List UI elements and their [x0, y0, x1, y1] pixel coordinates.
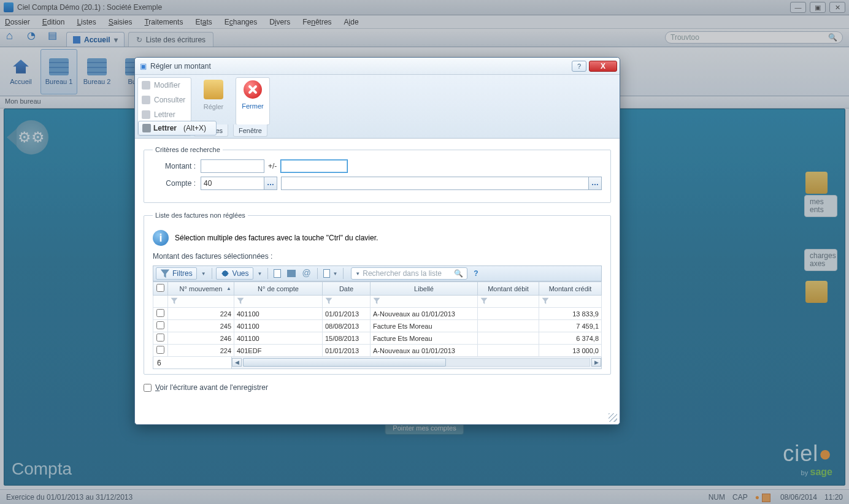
dialog-help-button[interactable]: ?	[572, 61, 586, 72]
info-icon: i	[153, 230, 169, 246]
dialog-regler-montant: ▣ Régler un montant ? X Modifier Consult…	[134, 57, 620, 425]
filter-icon[interactable]	[480, 297, 488, 305]
clipboard-icon	[323, 269, 330, 278]
grid-print-button[interactable]	[285, 267, 298, 280]
input-montant[interactable]	[201, 159, 264, 173]
scroll-right-button[interactable]: ▶	[591, 358, 601, 367]
filter-icon[interactable]	[373, 297, 380, 305]
info-row: i Sélection multiple des factures avec l…	[153, 230, 602, 246]
legend-criteres: Critères de recherche	[153, 146, 223, 153]
input-compte-name[interactable]	[281, 177, 589, 190]
at-icon: @	[302, 269, 312, 278]
filter-icon[interactable]	[171, 297, 178, 305]
toolbar-regler[interactable]: Régler	[196, 77, 231, 125]
dialog-title: Régler un montant	[150, 62, 211, 71]
label-pm: +/-	[268, 162, 277, 170]
col-credit[interactable]: Montant crédit	[539, 282, 602, 296]
resize-handle[interactable]	[609, 413, 617, 422]
toolbar-consulter[interactable]: Consulter	[138, 93, 191, 107]
info-text: Sélection multiple des factures avec la …	[175, 234, 378, 242]
lookup-compte-name-button[interactable]: …	[588, 177, 602, 190]
check-voir-ecriture[interactable]: Voir l'écriture avant de l'enregistrer	[144, 383, 611, 392]
col-check[interactable]	[153, 282, 168, 296]
letter-icon	[142, 110, 150, 119]
grid-filtres-dd[interactable]: ▼	[199, 267, 208, 280]
edit-icon	[142, 81, 150, 90]
toolbar-fermer[interactable]: Fermer	[236, 77, 270, 125]
fieldset-liste: Liste des factures non réglées i Sélecti…	[144, 212, 611, 375]
table-row[interactable]: 24640110015/08/2013Facture Ets Moreau6 3…	[153, 332, 602, 345]
lookup-compte-button[interactable]: …	[264, 177, 277, 190]
col-libelle[interactable]: Libellé	[371, 282, 478, 296]
dialog-toolbar: Modifier Consulter Lettrer Lettrer (Alt+…	[135, 75, 620, 139]
sub-label: Montant des factures sélectionnées :	[153, 252, 602, 261]
col-compte[interactable]: N° de compte	[234, 282, 323, 296]
grid-vues-button[interactable]: Vues	[216, 267, 253, 280]
grid-filtres-button[interactable]: Filtres	[156, 267, 197, 280]
grid-search[interactable]: ▼Rechercher dans la liste🔍	[351, 267, 467, 280]
col-mouvement[interactable]: N° mouvemen	[168, 282, 234, 296]
search-icon: 🔍	[454, 269, 463, 278]
filter-icon[interactable]	[325, 297, 332, 305]
legend-liste: Liste des factures non réglées	[153, 212, 248, 219]
grid-footer: 6 ◀ ▶	[153, 357, 602, 369]
filter-icon[interactable]	[542, 297, 549, 305]
toolbar-regler-label: Régler	[204, 103, 223, 110]
grid-toolbar: Filtres ▼ Vues ▼ @ ▼ ▼Rechercher dans la…	[153, 265, 602, 281]
dialog-body: Critères de recherche Montant : +/- Comp…	[135, 139, 620, 392]
check-voir-ecriture-label: oir l'écriture avant de l'enregistrer	[159, 383, 268, 392]
grid-header: N° mouvemen N° de compte Date Libellé Mo…	[153, 282, 602, 296]
scroll-left-button[interactable]: ◀	[232, 358, 242, 367]
print-icon	[287, 270, 296, 277]
col-date[interactable]: Date	[323, 282, 371, 296]
grid-help[interactable]: ?	[474, 269, 478, 278]
pay-icon	[204, 80, 223, 99]
grid-doc-button[interactable]	[272, 267, 283, 280]
col-debit[interactable]: Montant débit	[478, 282, 539, 296]
label-montant: Montant :	[153, 162, 196, 170]
toolbar-fermer-label: Fermer	[242, 102, 263, 110]
doc-icon	[274, 269, 281, 278]
input-compte-code[interactable]	[201, 177, 264, 190]
check-voir-ecriture-box[interactable]	[144, 384, 152, 392]
dialog-close-button[interactable]: X	[589, 61, 617, 72]
grid-hscroll[interactable]: ◀ ▶	[232, 357, 601, 368]
grid-clip-button[interactable]: ▼	[321, 267, 339, 280]
eye-icon	[220, 269, 230, 278]
toolbar-tab-lettrer[interactable]: Lettrer (Alt+X)	[138, 121, 217, 136]
filter-icon[interactable]	[237, 297, 244, 305]
view-icon	[142, 96, 150, 104]
grid-search-placeholder: Rechercher dans la liste	[363, 269, 442, 278]
dialog-titlebar[interactable]: ▣ Régler un montant ? X	[135, 58, 620, 75]
fieldset-criteres: Critères de recherche Montant : +/- Comp…	[144, 146, 611, 203]
label-compte: Compte :	[153, 179, 196, 188]
grid-filter-row	[153, 296, 602, 308]
filter-icon	[160, 269, 170, 278]
table-row[interactable]: 24540110008/08/2013Facture Ets Moreau7 4…	[153, 320, 602, 332]
close-icon	[244, 80, 262, 99]
toolbar-group-actions: Modifier Consulter Lettrer Lettrer (Alt+…	[137, 77, 191, 136]
letter-icon	[142, 124, 151, 132]
dialog-icon: ▣	[140, 62, 147, 71]
toolbar-lettrer[interactable]: Lettrer	[138, 107, 191, 122]
grid-at-button[interactable]: @	[300, 267, 313, 280]
grid-count: 6	[153, 357, 232, 368]
table-row[interactable]: 224401EDF01/01/2013A-Nouveaux au 01/01/2…	[153, 345, 602, 357]
input-tolerance[interactable]	[280, 159, 348, 173]
table-row[interactable]: 22440110001/01/2013A-Nouveaux au 01/01/2…	[153, 308, 602, 320]
invoice-grid: N° mouvemen N° de compte Date Libellé Mo…	[153, 281, 602, 357]
grid-vues-dd[interactable]: ▼	[256, 267, 264, 280]
toolbar-group-fenetre[interactable]: Fenêtre	[233, 124, 267, 137]
toolbar-modifier[interactable]: Modifier	[138, 78, 191, 93]
